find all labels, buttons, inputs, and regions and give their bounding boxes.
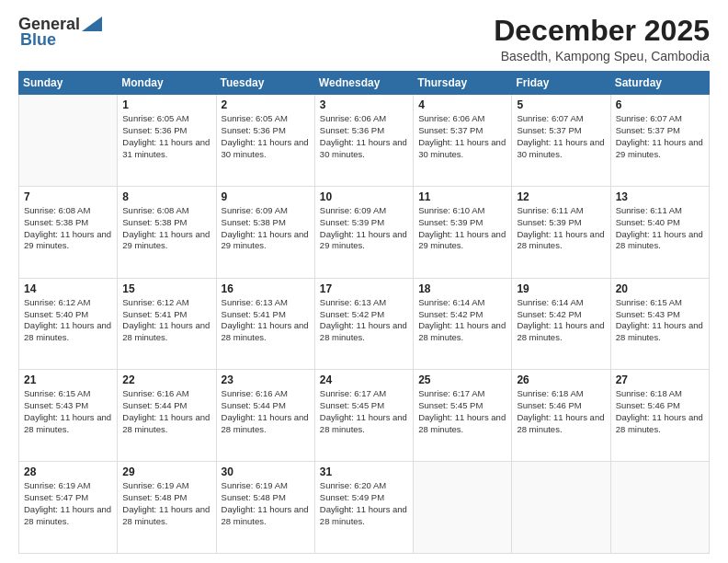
day-details: Sunrise: 6:19 AMSunset: 5:48 PMDaylight:… [222,480,310,527]
calendar-week-row: 1Sunrise: 6:05 AMSunset: 5:36 PMDaylight… [19,95,710,187]
calendar-cell: 4Sunrise: 6:06 AMSunset: 5:37 PMDaylight… [414,95,512,187]
day-details: Sunrise: 6:17 AMSunset: 5:45 PMDaylight:… [320,388,408,435]
calendar-cell: 8Sunrise: 6:08 AMSunset: 5:38 PMDaylight… [118,186,216,278]
day-number: 27 [616,373,704,386]
calendar-cell: 14Sunrise: 6:12 AMSunset: 5:40 PMDayligh… [19,278,118,370]
calendar-cell: 1Sunrise: 6:05 AMSunset: 5:36 PMDaylight… [118,95,216,187]
calendar-cell: 15Sunrise: 6:12 AMSunset: 5:41 PMDayligh… [118,278,216,370]
day-number: 30 [222,465,310,478]
calendar-cell: 22Sunrise: 6:16 AMSunset: 5:44 PMDayligh… [118,370,216,462]
day-details: Sunrise: 6:08 AMSunset: 5:38 PMDaylight:… [24,205,112,252]
day-details: Sunrise: 6:05 AMSunset: 5:36 PMDaylight:… [122,113,210,160]
logo-triangle-icon [82,17,102,31]
day-number: 10 [320,190,408,203]
day-details: Sunrise: 6:07 AMSunset: 5:37 PMDaylight:… [517,113,605,160]
calendar-cell: 11Sunrise: 6:10 AMSunset: 5:39 PMDayligh… [414,186,512,278]
calendar-cell: 3Sunrise: 6:06 AMSunset: 5:36 PMDaylight… [314,95,413,187]
calendar-cell: 10Sunrise: 6:09 AMSunset: 5:39 PMDayligh… [314,186,413,278]
day-number: 15 [122,282,210,295]
page: General Blue December 2025 Basedth, Kamp… [0,0,728,563]
day-number: 14 [24,282,112,295]
day-details: Sunrise: 6:19 AMSunset: 5:47 PMDaylight:… [24,480,112,527]
day-details: Sunrise: 6:15 AMSunset: 5:43 PMDaylight:… [616,297,704,344]
day-header-sunday: Sunday [19,72,118,95]
day-details: Sunrise: 6:09 AMSunset: 5:39 PMDaylight:… [320,205,408,252]
day-number: 8 [122,190,210,203]
day-number: 4 [418,98,506,111]
day-details: Sunrise: 6:06 AMSunset: 5:36 PMDaylight:… [320,113,408,160]
day-number: 22 [122,373,210,386]
day-number: 9 [222,190,310,203]
calendar-cell: 21Sunrise: 6:15 AMSunset: 5:43 PMDayligh… [19,370,118,462]
day-number: 12 [517,190,605,203]
calendar-table: SundayMondayTuesdayWednesdayThursdayFrid… [18,71,710,554]
calendar-cell: 25Sunrise: 6:17 AMSunset: 5:45 PMDayligh… [414,370,512,462]
calendar-cell: 24Sunrise: 6:17 AMSunset: 5:45 PMDayligh… [314,370,413,462]
day-details: Sunrise: 6:05 AMSunset: 5:36 PMDaylight:… [222,113,310,160]
day-number: 29 [122,465,210,478]
title-block: December 2025 Basedth, Kampong Speu, Cam… [494,15,710,63]
day-details: Sunrise: 6:06 AMSunset: 5:37 PMDaylight:… [418,113,506,160]
calendar-cell [610,462,709,554]
calendar-cell: 13Sunrise: 6:11 AMSunset: 5:40 PMDayligh… [610,186,709,278]
day-number: 16 [222,282,310,295]
calendar-week-row: 21Sunrise: 6:15 AMSunset: 5:43 PMDayligh… [19,370,710,462]
day-details: Sunrise: 6:13 AMSunset: 5:42 PMDaylight:… [320,297,408,344]
day-details: Sunrise: 6:16 AMSunset: 5:44 PMDaylight:… [222,388,310,435]
calendar-cell: 17Sunrise: 6:13 AMSunset: 5:42 PMDayligh… [314,278,413,370]
calendar-cell: 23Sunrise: 6:16 AMSunset: 5:44 PMDayligh… [216,370,314,462]
day-details: Sunrise: 6:08 AMSunset: 5:38 PMDaylight:… [122,205,210,252]
calendar-week-row: 14Sunrise: 6:12 AMSunset: 5:40 PMDayligh… [19,278,710,370]
day-details: Sunrise: 6:15 AMSunset: 5:43 PMDaylight:… [24,388,112,435]
day-number: 7 [24,190,112,203]
calendar-cell: 9Sunrise: 6:09 AMSunset: 5:38 PMDaylight… [216,186,314,278]
calendar-cell: 28Sunrise: 6:19 AMSunset: 5:47 PMDayligh… [19,462,118,554]
day-details: Sunrise: 6:11 AMSunset: 5:40 PMDaylight:… [616,205,704,252]
day-details: Sunrise: 6:16 AMSunset: 5:44 PMDaylight:… [122,388,210,435]
calendar-cell: 16Sunrise: 6:13 AMSunset: 5:41 PMDayligh… [216,278,314,370]
calendar-cell [19,95,118,187]
day-header-wednesday: Wednesday [314,72,413,95]
day-number: 31 [320,465,408,478]
calendar-cell [512,462,610,554]
day-details: Sunrise: 6:17 AMSunset: 5:45 PMDaylight:… [418,388,506,435]
svg-marker-0 [82,17,102,31]
day-number: 11 [418,190,506,203]
day-header-thursday: Thursday [414,72,512,95]
day-number: 23 [222,373,310,386]
calendar-header-row: SundayMondayTuesdayWednesdayThursdayFrid… [19,72,710,95]
calendar-cell: 27Sunrise: 6:18 AMSunset: 5:46 PMDayligh… [610,370,709,462]
calendar-cell: 5Sunrise: 6:07 AMSunset: 5:37 PMDaylight… [512,95,610,187]
calendar-cell [414,462,512,554]
day-number: 2 [222,98,310,111]
day-number: 5 [517,98,605,111]
logo-blue: Blue [18,30,56,50]
day-number: 21 [24,373,112,386]
day-details: Sunrise: 6:18 AMSunset: 5:46 PMDaylight:… [616,388,704,435]
calendar-cell: 31Sunrise: 6:20 AMSunset: 5:49 PMDayligh… [314,462,413,554]
day-details: Sunrise: 6:20 AMSunset: 5:49 PMDaylight:… [320,480,408,527]
day-number: 6 [616,98,704,111]
calendar-cell: 26Sunrise: 6:18 AMSunset: 5:46 PMDayligh… [512,370,610,462]
day-number: 19 [517,282,605,295]
day-details: Sunrise: 6:18 AMSunset: 5:46 PMDaylight:… [517,388,605,435]
header: General Blue December 2025 Basedth, Kamp… [18,15,710,63]
day-number: 13 [616,190,704,203]
day-details: Sunrise: 6:10 AMSunset: 5:39 PMDaylight:… [418,205,506,252]
calendar-cell: 2Sunrise: 6:05 AMSunset: 5:36 PMDaylight… [216,95,314,187]
day-number: 26 [517,373,605,386]
day-details: Sunrise: 6:19 AMSunset: 5:48 PMDaylight:… [122,480,210,527]
calendar-cell: 29Sunrise: 6:19 AMSunset: 5:48 PMDayligh… [118,462,216,554]
day-number: 28 [24,465,112,478]
calendar-cell: 30Sunrise: 6:19 AMSunset: 5:48 PMDayligh… [216,462,314,554]
logo: General Blue [18,15,102,50]
calendar-cell: 20Sunrise: 6:15 AMSunset: 5:43 PMDayligh… [610,278,709,370]
day-details: Sunrise: 6:09 AMSunset: 5:38 PMDaylight:… [222,205,310,252]
day-header-tuesday: Tuesday [216,72,314,95]
day-number: 1 [122,98,210,111]
day-details: Sunrise: 6:12 AMSunset: 5:40 PMDaylight:… [24,297,112,344]
calendar-week-row: 7Sunrise: 6:08 AMSunset: 5:38 PMDaylight… [19,186,710,278]
calendar-cell: 6Sunrise: 6:07 AMSunset: 5:37 PMDaylight… [610,95,709,187]
month-title: December 2025 [494,15,710,47]
day-header-saturday: Saturday [610,72,709,95]
